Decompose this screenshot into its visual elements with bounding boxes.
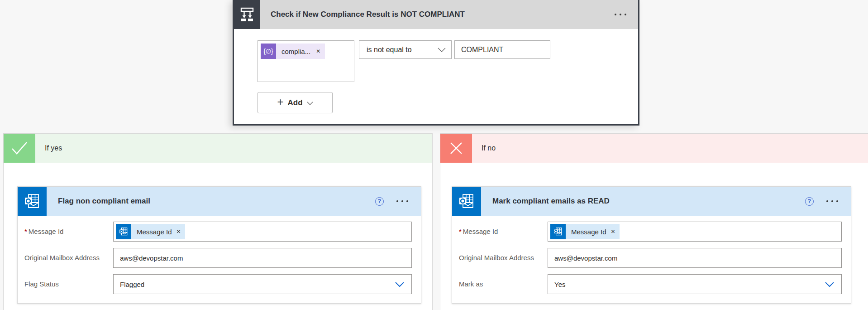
original-mailbox-field (113, 248, 412, 268)
plus-icon: + (277, 97, 283, 107)
outlook-icon (452, 187, 481, 216)
if-no-header[interactable]: If no (440, 134, 868, 163)
action-card-flag-non-compliant-email: Flag non compliant email ? *Message Id (17, 186, 421, 304)
branches-row: If yes (3, 133, 868, 310)
token-label: Message Id (571, 228, 606, 236)
checkmark-icon (4, 134, 35, 163)
action-card-mark-compliant-read: Mark compliant emails as READ ? *Message… (452, 186, 851, 304)
condition-branch-icon (234, 0, 260, 29)
flag-status-dropdown[interactable]: Flagged (113, 274, 412, 294)
message-id-token[interactable]: Message Id ✕ (550, 224, 620, 239)
action-card-form: *Message Id (18, 216, 421, 303)
condition-body: {∅} complia... ✕ is not equal to + Add (234, 29, 638, 124)
message-id-input[interactable]: Message Id ✕ (548, 222, 842, 242)
field-label: Original Mailbox Address (459, 248, 548, 262)
if-yes-header[interactable]: If yes (4, 134, 432, 163)
field-label: Original Mailbox Address (24, 248, 113, 262)
if-yes-branch: If yes (3, 133, 433, 310)
x-mark-icon (440, 134, 472, 163)
dynamic-content-token[interactable]: {∅} complia... ✕ (261, 44, 325, 59)
dropdown-value: Flagged (120, 281, 395, 288)
chevron-down-icon (825, 282, 834, 287)
field-label: *Message Id (24, 222, 113, 236)
field-row-message-id: *Message Id (24, 222, 412, 242)
condition-operator-select[interactable]: is not equal to (359, 40, 452, 59)
field-row-message-id: *Message Id (459, 222, 842, 242)
original-mailbox-field (548, 248, 842, 268)
condition-card: Check if New Compliance Result is NOT CO… (233, 0, 639, 126)
chevron-down-icon (395, 282, 404, 287)
operator-value: is not equal to (367, 46, 438, 54)
if-yes-body: Flag non compliant email ? *Message Id (4, 163, 432, 304)
remove-token-icon[interactable]: ✕ (176, 228, 181, 235)
field-row-mark-as: Mark as Yes (459, 274, 842, 294)
condition-value-field (454, 40, 550, 59)
outlook-icon (550, 224, 566, 239)
field-label: Flag Status (24, 274, 113, 288)
mark-as-dropdown[interactable]: Yes (548, 274, 842, 294)
action-card-header[interactable]: Mark compliant emails as READ ? (452, 187, 851, 216)
action-card-title: Mark compliant emails as READ (481, 187, 805, 216)
chevron-down-icon (307, 102, 313, 105)
field-label: *Message Id (459, 222, 548, 236)
original-mailbox-input[interactable] (548, 248, 841, 267)
if-no-label: If no (472, 134, 868, 163)
required-marker: * (459, 228, 462, 235)
message-id-input[interactable]: Message Id ✕ (113, 222, 412, 242)
outlook-icon (18, 187, 47, 216)
action-card-title: Flag non compliant email (47, 187, 375, 216)
if-yes-label: If yes (35, 134, 432, 163)
field-row-flag-status: Flag Status Flagged (24, 274, 412, 294)
token-label: Message Id (137, 228, 172, 236)
action-card-form: *Message Id (452, 216, 851, 303)
remove-token-icon[interactable]: ✕ (611, 228, 615, 235)
condition-value-input[interactable] (455, 41, 550, 58)
expression-icon: {∅} (261, 44, 276, 59)
original-mailbox-input[interactable] (114, 248, 411, 267)
help-icon[interactable]: ? (805, 197, 814, 206)
if-no-branch: If no (440, 133, 868, 310)
action-menu-button[interactable] (396, 200, 408, 202)
chevron-down-icon (438, 48, 446, 52)
if-no-body: Mark compliant emails as READ ? *Message… (440, 163, 868, 304)
action-card-header[interactable]: Flag non compliant email ? (18, 187, 421, 216)
help-icon[interactable]: ? (375, 197, 384, 206)
condition-key-token-label: complia... (281, 48, 310, 55)
outlook-icon (116, 224, 131, 239)
remove-token-icon[interactable]: ✕ (316, 48, 320, 54)
condition-title: Check if New Compliance Result is NOT CO… (260, 0, 603, 29)
condition-menu-button[interactable] (603, 0, 638, 29)
condition-card-header[interactable]: Check if New Compliance Result is NOT CO… (234, 0, 638, 29)
action-menu-button[interactable] (826, 200, 838, 202)
field-row-original-mailbox: Original Mailbox Address (24, 248, 412, 268)
message-id-token[interactable]: Message Id ✕ (116, 224, 185, 239)
field-row-original-mailbox: Original Mailbox Address (459, 248, 842, 268)
dropdown-value: Yes (554, 281, 825, 288)
condition-key-picker[interactable]: {∅} complia... ✕ (258, 40, 354, 82)
condition-row: {∅} complia... ✕ is not equal to (258, 40, 629, 82)
required-marker: * (24, 228, 27, 235)
field-label: Mark as (459, 274, 548, 288)
add-button-label: Add (287, 98, 302, 107)
add-condition-button[interactable]: + Add (258, 92, 333, 113)
